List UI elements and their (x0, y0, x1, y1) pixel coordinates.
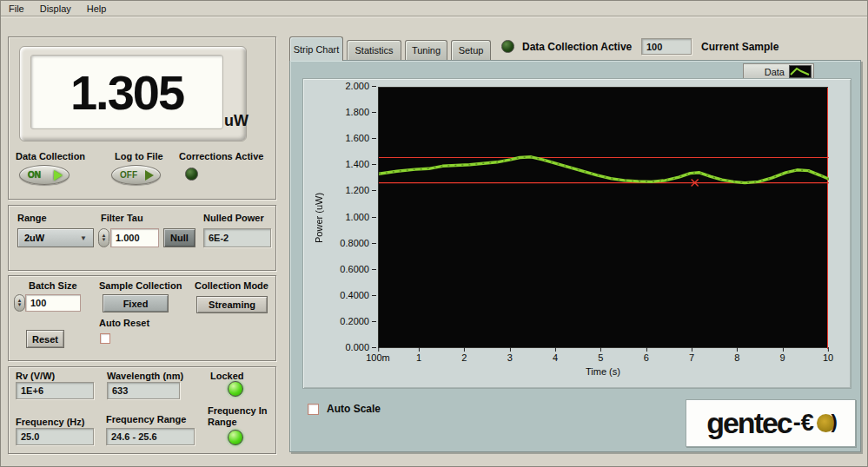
current-sample-label: Current Sample (701, 41, 779, 53)
toggle-on-arrow-icon (54, 170, 63, 181)
x-tick-label: 4 (553, 352, 558, 363)
x-tick-label: 9 (780, 352, 785, 363)
menu-help[interactable]: Help (79, 2, 115, 16)
tab-setup-label: Setup (459, 45, 484, 56)
range-dropdown[interactable]: 2uW ▼ (17, 228, 94, 247)
nulled-power-value: 6E-2 (209, 233, 229, 243)
tab-strip-chart[interactable]: Strip Chart (289, 36, 343, 61)
auto-reset-label: Auto Reset (99, 318, 149, 328)
frequency-value: 25.0 (21, 431, 39, 442)
data-trace-icon (789, 65, 812, 78)
filter-tau-label: Filter Tau (101, 213, 143, 223)
batch-size-value: 100 (30, 298, 46, 308)
frequency-label: Frequency (Hz) (16, 417, 84, 427)
auto-scale-label: Auto Scale (327, 403, 381, 415)
tab-tuning[interactable]: Tuning (405, 40, 447, 60)
y-tick-label: 0.8000 (319, 238, 369, 248)
frequency-field: 25.0 (16, 428, 94, 445)
batch-size-stepper[interactable]: ▲ ▼ (14, 294, 25, 312)
auto-reset-checkbox[interactable] (100, 333, 110, 344)
y-tick-label: 0.4000 (319, 290, 369, 300)
meter-display: 1.305 (30, 55, 223, 129)
filter-tau-stepper[interactable]: ▲ ▼ (98, 228, 109, 247)
locked-led (228, 381, 243, 397)
y-tick-label: 0.2000 (319, 316, 369, 326)
x-tick-label: 5 (598, 352, 603, 363)
sample-collection-button[interactable]: Fixed (103, 294, 169, 312)
y-tick-label: 1.600 (319, 133, 369, 143)
x-tick-label: 7 (689, 352, 694, 363)
range-label: Range (17, 213, 47, 223)
frequency-range-label: Frequency Range (106, 414, 186, 424)
spinner-down-icon: ▼ (102, 238, 107, 242)
null-button[interactable]: Null (163, 228, 195, 247)
y-tick-label: 2.000 (319, 81, 369, 91)
app-window: File Display Help 1.305 uW Data Collecti… (0, 0, 868, 467)
x-tick-label: 1 (416, 352, 421, 363)
rv-value: 1E+6 (21, 385, 43, 396)
nulled-power-label: Nulled Power (203, 213, 264, 223)
x-tick-label: 10 (823, 352, 833, 363)
rv-label: Rv (V/W) (16, 371, 55, 381)
auto-scale-checkbox[interactable] (308, 404, 319, 415)
gentec-logo-dot-icon (817, 414, 835, 432)
plot-area[interactable] (378, 87, 828, 348)
corrections-active-label: Corrections Active (179, 151, 263, 161)
data-trace-texture (379, 157, 829, 183)
data-trace (379, 157, 829, 183)
legend-data-label: Data (765, 67, 785, 77)
batch-size-label: Batch Size (29, 280, 77, 291)
y-tick-label: 1.200 (319, 185, 369, 195)
data-collection-label: Data Collection (16, 151, 85, 161)
menu-file[interactable]: File (1, 2, 32, 16)
range-dropdown-value: 2uW (24, 233, 44, 243)
meter-panel: 1.305 uW Data Collection Log to File Cor… (8, 36, 276, 200)
x-axis-title: Time (s) (378, 366, 828, 377)
data-collection-active-led (501, 40, 514, 53)
menu-display[interactable]: Display (32, 2, 79, 16)
wavelength-value: 633 (112, 385, 128, 396)
current-sample-field: 100 (641, 38, 692, 55)
log-to-file-label: Log to File (115, 151, 163, 161)
toggle-off-arrow-icon (145, 170, 154, 181)
locked-label: Locked (210, 371, 244, 381)
meter-display-frame: 1.305 (19, 46, 247, 141)
detector-panel: Rv (V/W) Wavelength (nm) Locked 1E+6 633… (8, 366, 276, 454)
data-collection-toggle[interactable]: ON (19, 165, 70, 185)
menu-bar: File Display Help (1, 1, 867, 16)
tab-setup[interactable]: Setup (451, 40, 491, 60)
wavelength-field: 633 (107, 382, 180, 399)
x-tick-label: 8 (734, 352, 739, 363)
frequency-range-field: 24.6 - 25.6 (106, 428, 195, 445)
x-tick-label: 6 (644, 352, 649, 363)
gentec-logo-mark: -€ (793, 410, 814, 437)
x-tick-label: 2 (461, 352, 467, 363)
tab-statistics[interactable]: Statistics (347, 40, 401, 60)
sample-collection-value: Fixed (123, 299, 149, 309)
reset-button-label: Reset (32, 334, 58, 345)
filter-tau-value: 1.000 (116, 233, 140, 243)
chevron-down-icon: ▼ (80, 234, 87, 242)
data-collection-toggle-state: ON (28, 170, 41, 180)
frequency-in-range-led (228, 430, 243, 445)
log-to-file-toggle[interactable]: OFF (111, 165, 161, 185)
y-tick-label: 0.000 (319, 342, 369, 352)
batch-size-input[interactable]: 100 (25, 294, 81, 312)
strip-chart-svg (379, 88, 829, 349)
x-tick-label: 100m (366, 352, 390, 363)
corrections-active-led (185, 168, 198, 181)
chart-panel: Power (uW) 2.0001.8001.6001.4001.2001.00… (302, 78, 851, 389)
gentec-logo-text: gentec (706, 406, 792, 440)
frequency-range-value: 24.6 - 25.6 (111, 431, 157, 442)
gentec-logo: gentec -€ (686, 399, 856, 447)
data-collection-active-label: Data Collection Active (522, 41, 632, 53)
reset-button[interactable]: Reset (26, 330, 64, 348)
y-tick-label: 1.000 (319, 212, 369, 222)
filter-tau-input[interactable]: 1.000 (110, 228, 159, 247)
frequency-in-range-label: Frequency In Range (208, 405, 272, 427)
collection-mode-label: Collection Mode (195, 280, 268, 291)
nulled-power-field: 6E-2 (203, 228, 271, 247)
meter-value: 1.305 (70, 64, 183, 121)
collection-mode-button[interactable]: Streaming (196, 296, 268, 313)
spinner-down-icon: ▼ (17, 303, 23, 307)
